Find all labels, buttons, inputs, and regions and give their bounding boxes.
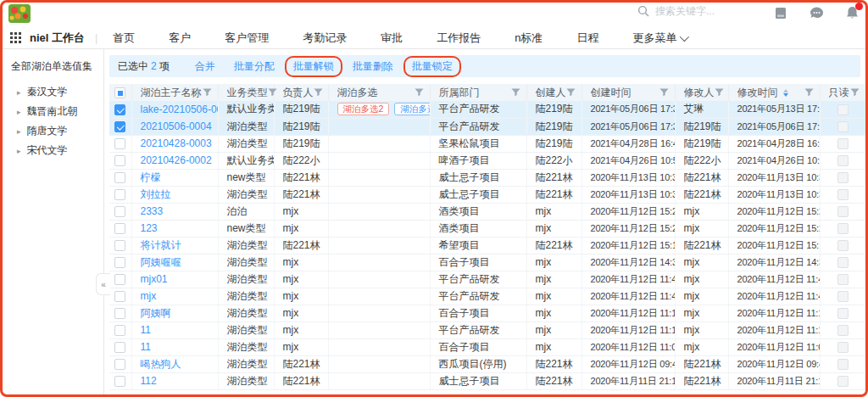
row-checkbox-checked[interactable]	[114, 121, 125, 132]
sidebar-item-0[interactable]: ▸秦汉文学	[0, 82, 103, 102]
cell-multiselect	[328, 135, 430, 152]
row-checkbox[interactable]	[114, 223, 125, 234]
notification-badge	[855, 3, 863, 10]
bell-icon[interactable]	[844, 5, 860, 20]
cell-department: 平台产品研发	[430, 101, 526, 118]
row-checkbox[interactable]	[114, 325, 125, 336]
row-checkbox[interactable]	[114, 189, 125, 200]
row-checkbox[interactable]	[114, 274, 125, 285]
filter-icon[interactable]	[659, 88, 669, 97]
book-icon[interactable]	[773, 5, 788, 20]
search-input[interactable]	[655, 5, 748, 17]
cell-multiselect	[328, 118, 430, 135]
sidebar-collapse-handle[interactable]: «	[96, 273, 110, 295]
indeterminate-mark	[118, 91, 123, 96]
filter-icon[interactable]	[511, 88, 520, 97]
sidebar-item-2[interactable]: ▸隋唐文学	[0, 121, 103, 141]
lake-name-link[interactable]: 将计就计	[141, 239, 181, 251]
lake-name-link[interactable]: 112	[141, 375, 157, 387]
column-label: 所属部门	[439, 86, 480, 100]
cell-select	[109, 220, 131, 237]
row-checkbox[interactable]	[114, 359, 125, 370]
row-checkbox[interactable]	[114, 257, 125, 268]
cell-owner: mjx	[274, 271, 328, 288]
more-menu[interactable]: 更多菜单	[632, 31, 687, 46]
filter-icon[interactable]	[314, 88, 323, 97]
nav-item-4[interactable]: 审批	[381, 31, 403, 46]
col-header-3: 负责人	[274, 84, 328, 101]
cell-readonly	[820, 355, 865, 372]
workspace-title[interactable]: niel 工作台	[30, 31, 85, 46]
cell-created-time: 2020年11月12日 11:46	[581, 271, 675, 288]
toolbar-action-4[interactable]: 批量锁定	[403, 56, 461, 77]
row-checkbox[interactable]	[114, 342, 125, 353]
chevron-down-icon	[680, 31, 689, 41]
top-bar	[0, 0, 868, 27]
readonly-checkbox	[837, 308, 849, 319]
lake-name-link[interactable]: 喝热狗人	[141, 358, 181, 370]
cell-name: 刘拉拉	[131, 186, 218, 203]
filter-icon[interactable]	[850, 88, 860, 97]
app-logo-icon[interactable]	[8, 4, 31, 23]
nav-item-2[interactable]: 客户管理	[225, 31, 269, 46]
tag-blue: 湖泊多选1	[394, 103, 430, 115]
lake-name-link[interactable]: 柠檬	[141, 171, 161, 183]
chat-icon[interactable]	[809, 5, 824, 20]
toolbar-action-2[interactable]: 批量解锁	[285, 56, 342, 77]
cell-creator: mjx	[526, 338, 581, 355]
nav-item-6[interactable]: n标准	[515, 31, 542, 46]
lake-name-link[interactable]: mjx01	[141, 273, 168, 285]
lake-name-link[interactable]: 11	[141, 324, 151, 336]
cell-multiselect	[328, 372, 430, 389]
row-checkbox[interactable]	[114, 206, 125, 217]
lake-name-link[interactable]: 20210426-0002	[141, 154, 212, 166]
cell-created-time: 2021年05月06日 17:37	[581, 101, 675, 118]
filter-icon[interactable]	[715, 88, 724, 97]
toolbar-action-3[interactable]: 批量删除	[344, 56, 402, 77]
filter-icon[interactable]	[415, 88, 424, 97]
row-checkbox[interactable]	[114, 308, 125, 319]
cell-multiselect	[328, 322, 430, 338]
lake-name-link[interactable]: lake-20210506-0005	[141, 103, 219, 115]
row-checkbox[interactable]	[114, 138, 125, 149]
filter-icon[interactable]	[804, 88, 814, 97]
col-header-select	[109, 84, 131, 101]
cell-readonly	[820, 271, 865, 288]
lake-name-link[interactable]: 2333	[141, 205, 164, 217]
cell-name: 阿姨啊	[131, 305, 218, 322]
nav-item-1[interactable]: 客户	[169, 31, 191, 46]
lake-name-link[interactable]: 阿姨喔喔	[141, 256, 181, 268]
row-checkbox[interactable]	[114, 376, 125, 387]
filter-icon[interactable]	[566, 88, 576, 97]
cell-multiselect	[328, 152, 430, 169]
lake-name-link[interactable]: 20210506-0004	[141, 120, 212, 132]
cell-modified-time: 2020年11月12日 11:11	[728, 322, 820, 338]
toolbar-action-1[interactable]: 批量分配	[225, 56, 283, 77]
nav-item-0[interactable]: 首页	[113, 31, 135, 46]
lake-name-link[interactable]: 刘拉拉	[141, 188, 171, 200]
column-label: 湖泊多选	[337, 86, 378, 100]
row-checkbox-checked[interactable]	[114, 104, 125, 115]
cell-modifier: 陆221林	[675, 355, 728, 372]
filter-icon[interactable]	[203, 88, 212, 97]
select-all-checkbox[interactable]	[114, 87, 125, 98]
lake-name-link[interactable]: 123	[141, 222, 158, 234]
sidebar-item-1[interactable]: ▸魏晋南北朝	[0, 102, 103, 121]
lake-name-link[interactable]: 11	[141, 341, 151, 353]
lake-name-link[interactable]: mjx	[141, 290, 157, 302]
nav-item-5[interactable]: 工作报告	[437, 31, 481, 46]
sort-icon[interactable]	[783, 89, 788, 97]
toolbar-action-0[interactable]: 合并	[186, 56, 224, 77]
table-row: 112湖泊类型陆221林威士忌子项目陆221林2020年11月11日 21:19…	[109, 372, 865, 389]
nav-item-3[interactable]: 考勤记录	[303, 31, 347, 46]
app-grid-icon[interactable]	[10, 32, 21, 43]
nav-item-7[interactable]: 日程	[576, 31, 598, 46]
lake-name-link[interactable]: 阿姨啊	[141, 307, 171, 319]
row-checkbox[interactable]	[114, 155, 125, 166]
row-checkbox[interactable]	[114, 172, 125, 183]
row-checkbox[interactable]	[114, 291, 125, 302]
lake-name-link[interactable]: 20210428-0003	[141, 137, 212, 149]
filter-icon[interactable]	[268, 88, 277, 97]
sidebar-item-3[interactable]: ▸宋代文学	[0, 141, 103, 160]
row-checkbox[interactable]	[114, 240, 125, 251]
